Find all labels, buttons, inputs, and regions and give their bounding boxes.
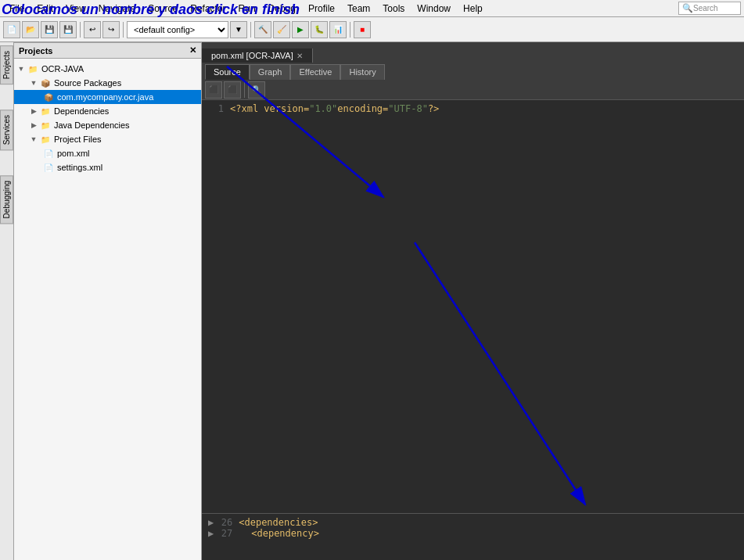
config-dropdown[interactable]: <default config> — [127, 21, 228, 38]
menu-window[interactable]: Window — [411, 2, 457, 16]
debug-btn[interactable]: 🐛 — [311, 21, 328, 38]
project-icon: 📁 — [27, 63, 39, 75]
editor-line-1: 1 <?xml version="1.0" encoding="UTF-8"?> — [208, 103, 738, 114]
menu-view[interactable]: View — [59, 2, 92, 16]
profile-btn[interactable]: 📊 — [329, 21, 347, 38]
tree-dependencies[interactable]: ▶ 📁 Dependencies — [14, 104, 201, 118]
tree-pom-xml[interactable]: 📄 pom.xml — [14, 146, 201, 160]
sep3 — [250, 22, 251, 38]
pom-xml-icon: 📄 — [42, 147, 55, 160]
new-btn[interactable]: 📄 — [3, 21, 20, 38]
bottom-editor: ▶ 26 <dependencies> ▶ 27 <dependency> — [202, 513, 744, 560]
menu-edit[interactable]: Edit — [31, 2, 59, 16]
menu-tools[interactable]: Tools — [376, 2, 411, 16]
tab-close-pom[interactable]: ✕ — [297, 52, 303, 60]
menu-run[interactable]: Run — [232, 2, 262, 16]
source-tab-history[interactable]: History — [340, 64, 384, 80]
tree-label-java-deps: Java Dependencies — [54, 120, 130, 130]
tree-label-settings-xml: settings.xml — [57, 163, 102, 172]
search-icon: 🔍 — [682, 3, 693, 13]
tree-source-packages[interactable]: ▼ 📦 Source Packages — [14, 76, 201, 90]
editor-tab-pom[interactable]: pom.xml [OCR-JAVA] ✕ — [202, 48, 313, 63]
line-num-1: 1 — [208, 103, 224, 114]
tree-ocr-java[interactable]: ▼ 📁 OCR-JAVA — [14, 62, 201, 76]
project-files-icon: 📁 — [39, 133, 52, 145]
menu-file[interactable]: File — [3, 2, 31, 16]
editor-line-27: ▶ 27 <dependency> — [208, 528, 738, 539]
source-tab-graph[interactable]: Graph — [250, 64, 291, 80]
project-tree: ▼ 📁 OCR-JAVA ▼ 📦 Source Packages 📦 com.m… — [14, 59, 201, 555]
tab-pom-label: pom.xml [OCR-JAVA] — [211, 51, 293, 60]
redo-btn[interactable]: ↪ — [102, 21, 120, 38]
tree-project-files[interactable]: ▼ 📁 Project Files — [14, 132, 201, 146]
build-btn[interactable]: 🔨 — [254, 21, 271, 38]
menu-profile[interactable]: Profile — [302, 2, 341, 16]
expand-project-files: ▼ — [30, 135, 38, 143]
sep4 — [350, 22, 350, 38]
open-btn[interactable]: 📂 — [22, 21, 39, 38]
editor-tabs: pom.xml [OCR-JAVA] ✕ — [202, 42, 744, 63]
editor-content: 1 <?xml version="1.0" encoding="UTF-8"?> — [202, 100, 744, 555]
source-tab-effective[interactable]: Effective — [290, 64, 340, 80]
tree-label-ocr-java: OCR-JAVA — [41, 64, 84, 74]
expand-ocr-java: ▼ — [17, 65, 25, 73]
editor-line-26: ▶ 26 <dependencies> — [208, 517, 738, 528]
editor-btn-1[interactable]: ⬛ — [205, 81, 222, 99]
menu-debug[interactable]: Debug — [262, 2, 302, 16]
tree-java-deps[interactable]: ▶ 📁 Java Dependencies — [14, 118, 201, 132]
source-packages-icon: 📦 — [39, 77, 52, 89]
toolbar: 📄 📂 💾 💾 ↩ ↪ <default config> ▼ 🔨 🧹 ▶ 🐛 📊… — [0, 17, 744, 42]
editor-sep1 — [244, 82, 245, 98]
editor-toolbar: ⬛ ⬛ 🔍 — [202, 80, 744, 100]
java-deps-icon: 📁 — [39, 119, 52, 131]
expand-deps: ▶ — [30, 107, 38, 115]
side-tab-debugging[interactable]: Debugging — [0, 175, 13, 224]
deps-icon: 📁 — [39, 105, 52, 117]
sidebar: Projects ✕ ▼ 📁 OCR-JAVA ▼ 📦 Source Packa… — [14, 42, 202, 560]
expand-source-packages: ▼ — [30, 79, 38, 87]
menu-bar: File Edit View Navigate Source Refactor … — [0, 0, 744, 17]
search-box[interactable]: 🔍 Search — [678, 2, 741, 15]
sidebar-close-icon[interactable]: ✕ — [189, 45, 196, 56]
side-tab-services[interactable]: Services — [0, 109, 13, 150]
editor-source-tabs: Source Graph Effective History — [202, 63, 744, 80]
save-all-btn[interactable]: 💾 — [59, 21, 77, 38]
tree-com-pkg[interactable]: 📦 com.mycompany.ocr.java — [14, 90, 201, 104]
menu-help[interactable]: Help — [457, 2, 489, 16]
sidebar-title: Projects — [19, 46, 52, 56]
run-btn[interactable]: ▶ — [292, 21, 309, 38]
tree-label-project-files: Project Files — [54, 135, 102, 144]
sep1 — [80, 22, 81, 38]
side-tab-projects[interactable]: Projects — [0, 45, 13, 84]
editor-btn-2[interactable]: ⬛ — [224, 81, 241, 99]
sep2 — [123, 22, 124, 38]
clean-btn[interactable]: 🧹 — [273, 21, 290, 38]
sidebar-header: Projects ✕ — [14, 43, 201, 59]
tree-label-com-pkg: com.mycompany.ocr.java — [57, 92, 153, 102]
tree-settings-xml[interactable]: 📄 settings.xml — [14, 160, 201, 174]
save-btn[interactable]: 💾 — [41, 21, 58, 38]
config-menu-btn[interactable]: ▼ — [230, 21, 247, 38]
expand-26[interactable]: ▶ — [208, 517, 214, 528]
editor-btn-zoom[interactable]: 🔍 — [248, 81, 265, 99]
tree-label-deps: Dependencies — [54, 106, 109, 116]
line-1-content: <?xml version= — [230, 103, 309, 114]
tree-label-source-packages: Source Packages — [54, 78, 121, 88]
menu-navigate[interactable]: Navigate — [92, 2, 142, 16]
expand-jdeps: ▶ — [30, 121, 38, 129]
menu-source[interactable]: Source — [142, 2, 184, 16]
search-placeholder: Search — [693, 4, 718, 13]
menu-team[interactable]: Team — [341, 2, 376, 16]
line-num-27: 27 — [217, 528, 232, 539]
tree-label-pom-xml: pom.xml — [57, 149, 90, 158]
editor-area: pom.xml [OCR-JAVA] ✕ Source Graph Effect… — [202, 42, 744, 560]
expand-27[interactable]: ▶ — [208, 528, 214, 539]
line-num-26: 26 — [217, 517, 232, 528]
line-26-tag: < — [239, 517, 244, 528]
side-tabs: Projects Services Debugging — [0, 42, 14, 560]
settings-xml-icon: 📄 — [42, 161, 55, 174]
source-tab-source[interactable]: Source — [205, 64, 250, 80]
menu-refactor[interactable]: Refactor — [184, 2, 232, 16]
undo-btn[interactable]: ↩ — [84, 21, 101, 38]
stop-btn[interactable]: ■ — [354, 21, 371, 38]
